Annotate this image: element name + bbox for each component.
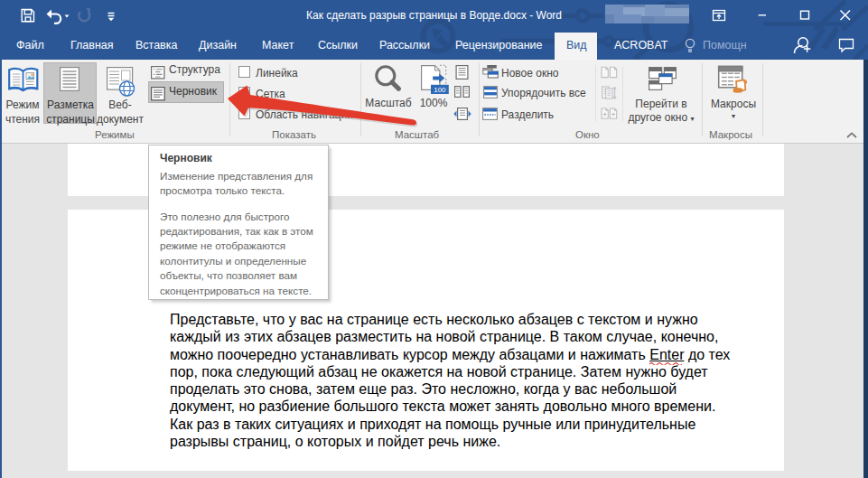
svg-text:100: 100	[434, 86, 446, 94]
